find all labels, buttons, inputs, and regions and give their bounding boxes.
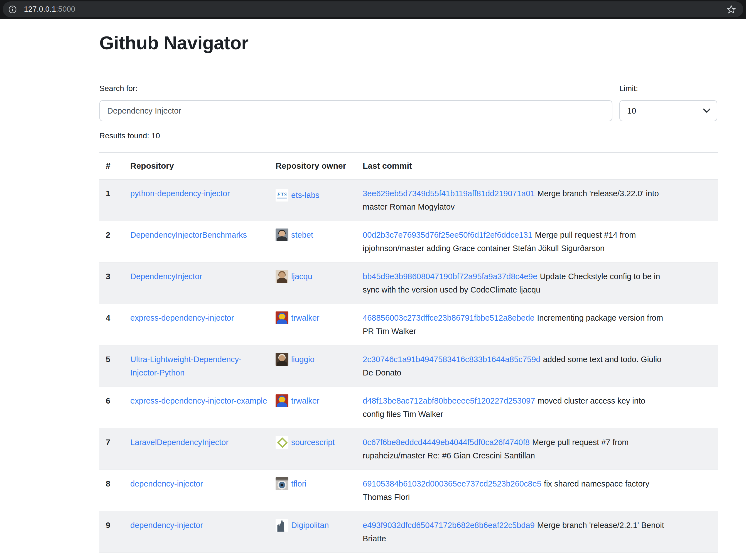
search-controls: Search for: Limit: 10 <box>99 84 717 121</box>
page-content: Github Navigator Search for: Limit: 10 R… <box>0 31 746 560</box>
commit-hash-link[interactable]: 69105384b61032d000365ee737cd2523b260c8e5 <box>363 479 541 488</box>
avatar-shirt <box>277 402 287 407</box>
owner-link[interactable]: ljacqu <box>276 270 312 283</box>
table-row: 2DependencyInjectorBenchmarksstebet00d2b… <box>99 221 718 262</box>
limit-select[interactable]: 10 <box>619 100 717 121</box>
owner-name: sourcescript <box>291 436 335 449</box>
table-row: 9dependency-injectorDigipolitane493f9032… <box>99 511 718 553</box>
table-row: 3DependencyInjectorljacqubb45d9e3b986080… <box>99 262 718 304</box>
table-row: 5Ultra-Lightweight-Dependency-Injector-P… <box>99 346 718 387</box>
owner-link[interactable]: trwalker <box>276 311 320 325</box>
row-number: 9 <box>99 511 130 553</box>
commit-hash-link[interactable]: 2c30746c1a91b4947583416c833b1644a85c759d <box>363 355 541 364</box>
owner-link[interactable]: Digipolitan <box>276 519 329 532</box>
avatar-head <box>279 314 285 320</box>
row-number: 1 <box>99 179 130 221</box>
avatar-head <box>279 396 285 403</box>
owner-name: tflori <box>291 477 307 491</box>
commit-hash-link[interactable]: 468856003c273dffce23b86791fbbe512a8ebede <box>363 314 535 322</box>
results-table-body: 1python-dependency-injectorETSets-labs3e… <box>99 179 718 560</box>
owner-link[interactable]: tflori <box>276 477 307 491</box>
owner-name: liuggio <box>291 353 315 366</box>
table-row: 8dependency-injectortflori69105384b61032… <box>99 470 718 511</box>
owner-link[interactable]: trwalker <box>276 394 320 408</box>
commit-hash-link[interactable]: bb45d9e3b98608047190bf72a95fa9a37d8c4e9e <box>363 272 537 281</box>
table-row: 10dependency-injectorFinnWinchester02111… <box>99 553 718 560</box>
repo-link[interactable]: LaravelDependencyInjector <box>130 438 229 447</box>
commit-hash-link[interactable]: 3ee629eb5d7349d55f41b119aff81dd219071a01 <box>363 189 535 198</box>
bookmark-star-icon[interactable] <box>726 5 736 14</box>
url-port: :5000 <box>56 5 75 13</box>
row-number: 3 <box>99 262 130 304</box>
search-input[interactable] <box>99 100 612 121</box>
table-row: 1python-dependency-injectorETSets-labs3e… <box>99 179 718 221</box>
url-text: 127.0.0.1:5000 <box>24 5 75 13</box>
avatar-shirt <box>277 319 287 324</box>
url-bar[interactable]: 127.0.0.1:5000 <box>3 1 743 17</box>
sourcescript-logo-avatar <box>276 436 288 449</box>
repo-link[interactable]: DependencyInjectorBenchmarks <box>130 231 247 239</box>
repo-link[interactable]: python-dependency-injector <box>130 189 230 198</box>
commit-hash-link[interactable]: d48f13be8ac712abf80bbeeee5f120227d253097 <box>363 396 535 405</box>
results-table: # Repository Repository owner Last commi… <box>99 152 718 560</box>
owner-name: stebet <box>291 228 313 242</box>
search-label: Search for: <box>99 84 612 93</box>
repo-link[interactable]: dependency-injector <box>130 521 203 530</box>
row-number: 7 <box>99 429 130 470</box>
owner-link[interactable]: ETSets-labs <box>276 188 320 202</box>
repo-link[interactable]: Ultra-Lightweight-Dependency-Injector-Py… <box>130 355 241 377</box>
info-icon[interactable] <box>8 5 17 13</box>
commit-hash-link[interactable]: 0c67f6be8eddcd4449eb4044f5df0ca26f4740f8 <box>363 438 530 447</box>
table-row: 4express-dependency-injectortrwalker4688… <box>99 304 718 346</box>
owner-name: ets-labs <box>291 188 320 202</box>
avatar-shirt <box>277 361 287 366</box>
url-host: 127.0.0.1 <box>24 5 56 13</box>
digipolitan-logo-avatar <box>276 519 288 532</box>
repo-link[interactable]: express-dependency-injector <box>130 314 234 322</box>
column-header-last-commit: Last commit <box>363 152 718 179</box>
table-header-row: # Repository Repository owner Last commi… <box>99 152 718 179</box>
owner-name: trwalker <box>291 311 320 325</box>
owner-link[interactable]: stebet <box>276 228 313 242</box>
repo-link[interactable]: express-dependency-injector-example <box>130 396 267 405</box>
trwalker-avatar <box>276 312 288 324</box>
owner-name: trwalker <box>291 394 320 408</box>
owner-name: ljacqu <box>291 270 312 283</box>
browser-address-bar: 127.0.0.1:5000 <box>0 0 746 19</box>
tflori-avatar <box>276 477 288 490</box>
repo-link[interactable]: DependencyInjector <box>130 272 202 281</box>
liuggio-avatar <box>276 353 288 366</box>
row-number: 8 <box>99 470 130 511</box>
avatar-head <box>279 272 285 278</box>
stebet-avatar <box>276 229 288 241</box>
table-row: 7LaravelDependencyInjectorsourcescript0c… <box>99 429 718 470</box>
ets-logo-text: ETS <box>277 192 287 199</box>
page-title: Github Navigator <box>99 31 717 55</box>
column-header-repository: Repository <box>130 152 276 179</box>
avatar-head <box>279 355 285 361</box>
search-group: Search for: <box>99 84 612 121</box>
commit-hash-link[interactable]: e493f9032dfcd65047172b682e8b6eaf22c5bda9 <box>363 521 535 530</box>
repo-link[interactable]: dependency-injector <box>130 479 203 488</box>
commit-hash-link[interactable]: 00d2b3c7e76935d76f25ee50f6d1f2ef6ddce131 <box>363 231 533 239</box>
row-number: 10 <box>99 553 130 560</box>
ets-labs-logo-avatar: ETS <box>276 189 288 202</box>
trwalker-avatar <box>276 394 288 407</box>
avatar-shirt <box>277 236 287 241</box>
limit-group: Limit: 10 <box>619 84 717 121</box>
row-number: 4 <box>99 304 130 346</box>
owner-link[interactable]: sourcescript <box>276 436 335 449</box>
owner-name: Digipolitan <box>291 519 329 532</box>
column-header-owner: Repository owner <box>276 152 363 179</box>
ljacqu-avatar <box>276 270 288 283</box>
limit-label: Limit: <box>619 84 717 93</box>
row-number: 5 <box>99 346 130 387</box>
owner-link[interactable]: liuggio <box>276 353 315 366</box>
results-count: Results found: 10 <box>99 131 717 141</box>
table-row: 6express-dependency-injector-exampletrwa… <box>99 387 718 429</box>
row-number: 6 <box>99 387 130 429</box>
row-number: 2 <box>99 221 130 262</box>
column-header-number: # <box>99 152 130 179</box>
avatar-shirt <box>277 278 287 283</box>
avatar-head <box>279 231 285 237</box>
